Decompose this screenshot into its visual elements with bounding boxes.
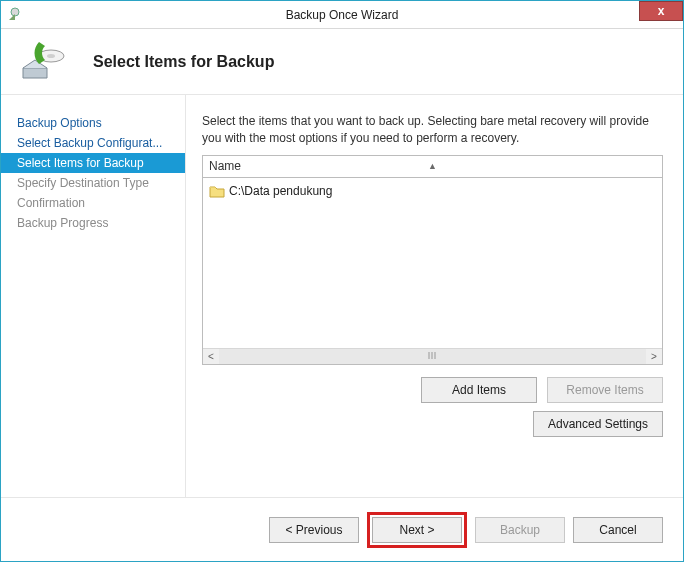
sidebar-item-select-items[interactable]: Select Items for Backup (1, 153, 185, 173)
advanced-row: Advanced Settings (202, 411, 663, 437)
next-button[interactable]: Next > (372, 517, 462, 543)
items-listbox[interactable]: C:\Data pendukung < lll > (202, 177, 663, 365)
remove-items-button: Remove Items (547, 377, 663, 403)
main-panel: Select the items that you want to back u… (185, 95, 683, 497)
list-item[interactable]: C:\Data pendukung (209, 182, 656, 200)
folder-icon (209, 184, 225, 198)
next-button-highlight: Next > (367, 512, 467, 548)
scroll-right-icon[interactable]: > (646, 349, 662, 364)
window-title: Backup Once Wizard (286, 8, 399, 22)
scroll-grip-icon: lll (428, 351, 437, 361)
item-buttons-row: Add Items Remove Items (202, 377, 663, 403)
wizard-footer: < Previous Next > Backup Cancel (1, 497, 683, 561)
items-list-content: C:\Data pendukung (203, 178, 662, 348)
cancel-button[interactable]: Cancel (573, 517, 663, 543)
wizard-header-icon (17, 38, 65, 86)
close-icon: x (658, 4, 665, 18)
scroll-left-icon[interactable]: < (203, 349, 219, 364)
close-button[interactable]: x (639, 1, 683, 21)
sidebar-item-select-config[interactable]: Select Backup Configurat... (1, 133, 185, 153)
wizard-steps-sidebar: Backup Options Select Backup Configurat.… (1, 95, 185, 497)
sort-asc-icon: ▲ (428, 161, 437, 171)
sidebar-item-destination: Specify Destination Type (1, 173, 185, 193)
svg-point-2 (47, 54, 55, 58)
description-text: Select the items that you want to back u… (202, 113, 663, 147)
backup-button: Backup (475, 517, 565, 543)
wizard-window: Backup Once Wizard x Select Items for Ba… (0, 0, 684, 562)
scroll-track[interactable]: lll (219, 349, 646, 364)
titlebar: Backup Once Wizard x (1, 1, 683, 29)
column-header-label: Name (209, 159, 241, 173)
list-item-label: C:\Data pendukung (229, 184, 332, 198)
wizard-body: Backup Options Select Backup Configurat.… (1, 95, 683, 497)
previous-button[interactable]: < Previous (269, 517, 359, 543)
horizontal-scrollbar[interactable]: < lll > (203, 348, 662, 364)
advanced-settings-button[interactable]: Advanced Settings (533, 411, 663, 437)
app-icon (7, 7, 23, 23)
add-items-button[interactable]: Add Items (421, 377, 537, 403)
page-header: Select Items for Backup (1, 29, 683, 95)
sidebar-item-progress: Backup Progress (1, 213, 185, 233)
page-title: Select Items for Backup (93, 53, 274, 71)
sidebar-item-confirmation: Confirmation (1, 193, 185, 213)
sidebar-item-backup-options[interactable]: Backup Options (1, 113, 185, 133)
items-column-header[interactable]: Name ▲ (202, 155, 663, 177)
